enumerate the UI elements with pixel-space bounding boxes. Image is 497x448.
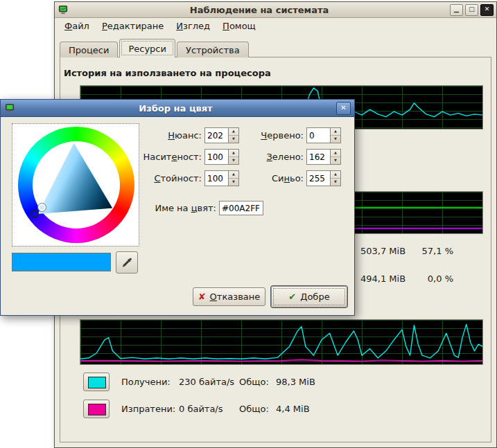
sent-total: 4,4 MiB xyxy=(276,404,310,414)
saturation-up-icon[interactable]: ▲ xyxy=(229,150,238,157)
cancel-icon: ✘ xyxy=(198,292,206,302)
window-titlebar[interactable]: Наблюдение на системата ▁ □ ✕ xyxy=(55,2,496,18)
memory-percent: 57,1 % xyxy=(398,246,453,256)
dialog-titlebar[interactable]: Избор на цвят ✕ xyxy=(1,100,354,117)
red-spinbox[interactable]: ▲ ▼ xyxy=(306,127,341,143)
hue-up-icon[interactable]: ▲ xyxy=(229,128,238,136)
saturation-spinner: ▲ ▼ xyxy=(228,150,238,164)
red-spinner: ▲ ▼ xyxy=(330,128,340,143)
blue-up-icon[interactable]: ▲ xyxy=(331,171,340,179)
hue-label: Нюанс: xyxy=(143,130,202,141)
eyedropper-button[interactable] xyxy=(116,251,138,274)
dialog-app-icon xyxy=(4,103,15,113)
green-down-icon[interactable]: ▼ xyxy=(331,157,340,164)
green-label: Зелено: xyxy=(243,152,304,162)
red-field: Червено: ▲ ▼ xyxy=(243,127,341,143)
hue-marker-icon xyxy=(30,210,39,218)
saturation-input[interactable] xyxy=(205,150,228,164)
green-spinbox[interactable]: ▲ ▼ xyxy=(306,149,341,165)
blue-spinner: ▲ ▼ xyxy=(330,171,340,186)
color-picker-dialog: Избор на цвят ✕ Нюанс: ▲ ▼ Наситеност: ▲… xyxy=(0,99,355,316)
blue-label: Синьо: xyxy=(243,173,304,183)
value-field: Стойност: ▲ ▼ xyxy=(143,170,239,186)
value-spinner: ▲ ▼ xyxy=(228,171,238,186)
notebook-tabs: Процеси Ресурси Устройства xyxy=(60,39,250,57)
red-up-icon[interactable]: ▲ xyxy=(331,128,340,136)
eyedropper-icon xyxy=(121,257,133,269)
blue-down-icon[interactable]: ▼ xyxy=(331,179,340,186)
value-label: Стойност: xyxy=(143,173,202,183)
minimize-icon[interactable]: ▁ xyxy=(450,4,463,16)
hue-down-icon[interactable]: ▼ xyxy=(229,136,238,143)
color-wheel-panel xyxy=(12,123,139,247)
system-monitor-icon xyxy=(58,5,69,15)
color-name-field: Име на цвят: xyxy=(143,201,263,215)
network-sent-row: Изпратени: 0 байта/s Общо: 4,4 MiB xyxy=(83,398,310,419)
green-up-icon[interactable]: ▲ xyxy=(331,150,340,157)
dialog-title: Избор на цвят xyxy=(18,103,333,114)
sent-label: Изпратени: xyxy=(121,404,179,414)
saturation-label: Наситеност: xyxy=(143,152,202,162)
blue-field: Синьо: ▲ ▼ xyxy=(243,170,341,186)
network-received-row: Получени: 230 байта/s Общо: 98,3 MiB xyxy=(83,371,315,392)
menu-file[interactable]: Файл xyxy=(59,19,95,33)
tab-resources[interactable]: Ресурси xyxy=(119,39,175,57)
cpu-section-title: История на използването на процесора xyxy=(64,68,271,78)
tab-devices[interactable]: Устройства xyxy=(177,42,249,57)
menu-help[interactable]: Помощ xyxy=(217,19,261,33)
window-controls: ▁ □ ✕ xyxy=(450,4,494,16)
received-total: 98,3 MiB xyxy=(276,377,315,387)
menu-edit[interactable]: Редактиране xyxy=(96,19,169,33)
received-rate: 230 байта/s xyxy=(179,377,239,387)
cancel-button-label: Отказване xyxy=(210,292,261,302)
received-total-label: Общо: xyxy=(239,377,276,387)
ok-button-label: Добре xyxy=(300,292,329,302)
red-label: Червено: xyxy=(243,130,304,141)
tab-processes[interactable]: Процеси xyxy=(60,42,118,57)
sv-marker-icon xyxy=(38,204,46,211)
hue-spinner: ▲ ▼ xyxy=(228,128,238,143)
swap-percent: 0,0 % xyxy=(398,274,453,284)
hue-field: Нюанс: ▲ ▼ xyxy=(143,127,239,143)
ok-button[interactable]: ✔ Добре xyxy=(271,286,347,307)
close-icon[interactable]: ✕ xyxy=(480,4,494,16)
cancel-button[interactable]: ✘ Отказване xyxy=(193,287,265,306)
saturation-down-icon[interactable]: ▼ xyxy=(229,157,238,164)
red-input[interactable] xyxy=(307,128,330,143)
sent-total-label: Общо: xyxy=(239,404,276,414)
value-spinbox[interactable]: ▲ ▼ xyxy=(204,170,239,186)
value-input[interactable] xyxy=(205,171,228,186)
green-field: Зелено: ▲ ▼ xyxy=(243,149,341,165)
color-name-label: Име на цвят: xyxy=(143,203,216,213)
sent-rate: 0 байта/s xyxy=(179,404,239,414)
ok-icon: ✔ xyxy=(288,292,296,302)
value-up-icon[interactable]: ▲ xyxy=(229,171,238,179)
window-title: Наблюдение на системата xyxy=(71,5,447,15)
green-input[interactable] xyxy=(307,150,330,164)
received-color xyxy=(88,377,106,388)
red-down-icon[interactable]: ▼ xyxy=(331,136,340,143)
green-spinner: ▲ ▼ xyxy=(330,150,340,164)
blue-input[interactable] xyxy=(307,171,330,186)
sent-color-swatch-button[interactable] xyxy=(83,400,110,418)
blue-spinbox[interactable]: ▲ ▼ xyxy=(306,170,341,186)
menu-view[interactable]: Изглед xyxy=(171,19,216,33)
network-history-chart xyxy=(80,319,483,365)
hue-input[interactable] xyxy=(205,128,228,143)
saturation-spinbox[interactable]: ▲ ▼ xyxy=(204,149,239,165)
dialog-close-icon[interactable]: ✕ xyxy=(336,102,351,115)
hue-spinbox[interactable]: ▲ ▼ xyxy=(204,127,239,143)
sent-color xyxy=(88,404,106,415)
maximize-icon[interactable]: □ xyxy=(465,4,478,16)
received-label: Получени: xyxy=(121,377,179,387)
received-color-swatch-button[interactable] xyxy=(83,373,110,391)
menubar: Файл Редактиране Изглед Помощ xyxy=(55,17,496,35)
saturation-field: Наситеност: ▲ ▼ xyxy=(143,149,239,165)
color-name-input[interactable] xyxy=(219,201,263,215)
value-down-icon[interactable]: ▼ xyxy=(229,179,238,186)
selected-color-preview xyxy=(12,253,111,271)
